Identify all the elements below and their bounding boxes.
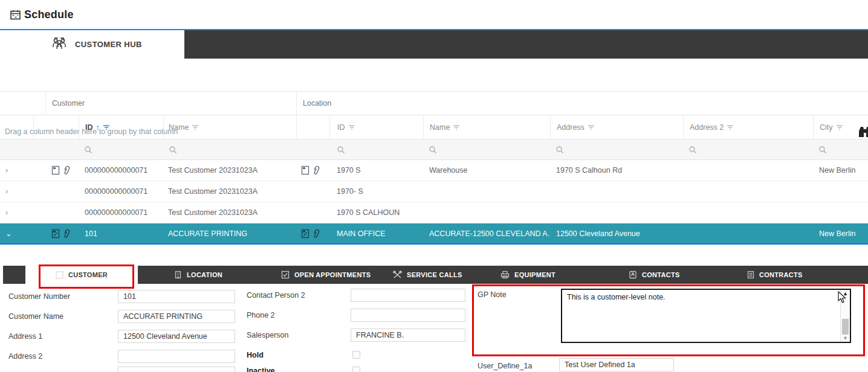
hold-label: Hold — [247, 351, 264, 359]
expand-chevron-right-icon[interactable]: › — [0, 181, 33, 202]
hold-checkbox[interactable] — [352, 351, 360, 359]
col-header-expand — [0, 115, 33, 139]
cell-location-name — [423, 181, 550, 202]
phone2-field[interactable] — [351, 309, 465, 322]
gp-note-textarea[interactable]: This is a customer-level note. ▲ ▼ — [561, 289, 851, 343]
cell-customer-id: 101 — [79, 223, 163, 243]
salesperson-field[interactable] — [351, 329, 465, 342]
tab-contracts[interactable]: CONTRACTS — [747, 266, 803, 284]
cell-address2 — [683, 223, 813, 243]
table-row[interactable]: › 000000000000071 Test Customer 20231023… — [0, 160, 868, 181]
tab-contacts[interactable]: CONTACTS — [629, 266, 680, 284]
sort-ascending-icon[interactable]: ↑ — [96, 123, 100, 132]
scroll-down-icon[interactable]: ▼ — [841, 335, 850, 341]
filter-input-location-id[interactable] — [329, 140, 423, 159]
tab-label: SERVICE CALLS — [407, 271, 462, 278]
address1-field[interactable] — [118, 330, 235, 343]
col-header-customer-name[interactable]: Name — [163, 115, 296, 139]
col-header-address[interactable]: Address — [550, 115, 683, 139]
customer-number-label: Customer Number — [8, 292, 70, 301]
search-icon — [84, 146, 92, 154]
filter-icon[interactable] — [453, 124, 460, 131]
col-label: ID — [85, 123, 93, 132]
col-header-cust-icons — [33, 115, 79, 139]
contact-book-icon — [629, 271, 637, 279]
filter-icon[interactable] — [192, 124, 199, 131]
tab-service-calls[interactable]: SERVICE CALLS — [393, 266, 462, 284]
table-row[interactable]: › 000000000000071 Test Customer 20231023… — [0, 202, 868, 223]
paperclip-icon[interactable] — [62, 165, 71, 175]
row-attachment-cell — [296, 223, 329, 243]
address2-field[interactable] — [118, 350, 235, 363]
contact-person2-label: Contact Person 2 — [247, 291, 305, 300]
filter-input-customer-name[interactable] — [163, 140, 296, 159]
paperclip-icon[interactable] — [312, 165, 320, 175]
tab-open-appointments[interactable]: OPEN APPOINTMENTS — [281, 266, 371, 284]
customer-number-field[interactable] — [118, 290, 235, 303]
grid-filter-row — [0, 140, 868, 160]
paperclip-icon[interactable] — [312, 229, 320, 239]
tab-equipment[interactable]: EQUIPMENT — [500, 266, 555, 284]
building-icon — [174, 271, 182, 279]
col-label: Address 2 — [690, 123, 724, 132]
table-row-selected[interactable]: ⌄ 101 ACCURATE PRINTING MAIN OFFICE ACCU… — [0, 223, 868, 245]
expand-chevron-right-icon[interactable]: › — [0, 160, 33, 181]
note-edit-icon[interactable] — [301, 229, 310, 239]
note-icon[interactable] — [301, 165, 310, 175]
col-header-customer-id[interactable]: ID ↑ — [79, 115, 163, 139]
user-define-1a-field[interactable] — [559, 358, 674, 371]
group-header-customer[interactable]: Customer — [45, 92, 296, 115]
filter-icon[interactable] — [836, 124, 843, 131]
tab-label: CUSTOMER — [68, 271, 108, 278]
row-attachment-cell — [296, 181, 329, 202]
filter-input-city[interactable] — [813, 140, 868, 159]
schedule-window: Schedule CUSTOMER HUB Drag a column head… — [0, 0, 868, 372]
scrollbar-thumb[interactable] — [842, 319, 849, 335]
customer-name-field[interactable] — [118, 310, 235, 323]
clipped-field[interactable] — [118, 367, 235, 372]
search-icon — [429, 146, 437, 154]
tab-customer-hub[interactable]: CUSTOMER HUB — [0, 30, 184, 59]
col-header-location-id[interactable]: ID — [329, 115, 423, 139]
cell-location-name: Warehouse — [423, 160, 550, 181]
cell-location-id: MAIN OFFICE — [329, 223, 423, 243]
group-header-spacer — [0, 92, 45, 115]
filter-input-location-name[interactable] — [423, 140, 550, 159]
people-group-icon — [51, 37, 68, 53]
gp-note-text: This is a customer-level note. — [567, 293, 666, 301]
cell-city: New Berlin — [813, 160, 868, 181]
col-header-city[interactable]: City — [813, 115, 868, 139]
filter-input-customer-id[interactable] — [79, 140, 163, 159]
cell-city: New Berlin — [813, 223, 868, 243]
search-icon — [818, 146, 827, 154]
expand-chevron-right-icon[interactable]: › — [0, 202, 33, 223]
filter-icon[interactable] — [348, 124, 355, 131]
note-icon[interactable] — [51, 165, 60, 175]
paperclip-icon[interactable] — [62, 229, 71, 239]
document-icon — [747, 271, 754, 279]
col-header-location-name[interactable]: Name — [423, 115, 550, 139]
tab-customer[interactable]: CUSTOMER — [25, 266, 138, 284]
calendar-icon — [10, 10, 21, 22]
row-attachment-cell — [33, 202, 79, 223]
group-by-panel[interactable]: Drag a column header here to group by th… — [0, 59, 868, 91]
note-edit-icon[interactable] — [51, 229, 60, 239]
row-attachment-cell — [33, 181, 79, 202]
filter-input-address2[interactable] — [683, 140, 813, 159]
inactive-checkbox[interactable] — [352, 367, 360, 372]
expand-chevron-down-icon[interactable]: ⌄ — [0, 223, 33, 243]
cell-address: 12500 Cleveland Avenue — [550, 223, 683, 243]
filter-icon[interactable] — [588, 124, 595, 131]
filter-input-address[interactable] — [550, 140, 683, 159]
group-header-location[interactable]: Location — [296, 92, 868, 115]
contact-person2-field[interactable] — [351, 289, 465, 302]
filter-icon[interactable] — [727, 124, 734, 131]
cell-address — [550, 202, 683, 223]
filter-icon-active[interactable] — [103, 124, 110, 131]
table-row[interactable]: › 000000000000071 Test Customer 20231023… — [0, 181, 868, 202]
page-title: Schedule — [24, 8, 74, 21]
cell-address2 — [683, 202, 813, 223]
tab-location[interactable]: LOCATION — [174, 266, 222, 284]
col-label: Name — [169, 123, 189, 132]
col-header-address2[interactable]: Address 2 — [683, 115, 813, 139]
